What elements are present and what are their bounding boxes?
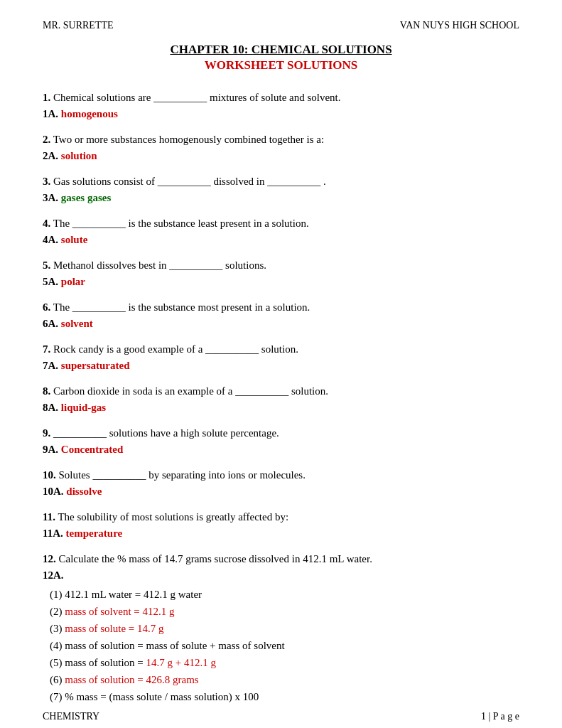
question-block-4: 4. The __________ is the substance least… [43,215,519,247]
question-number-6: 6. [43,301,50,313]
answer-label-8: 8A. [43,402,58,413]
question-number-10: 10. [43,469,56,481]
header-left: MR. SURRETTE [43,20,114,31]
question-block-2: 2. Two or more substances homogenously c… [43,132,519,164]
question-number-1: 1. [43,92,50,103]
answer-text-7: supersaturated [58,360,129,371]
answer-label-10: 10A. [43,486,64,497]
calc-line-5: (5) mass of solution = 14.7 g + 412.1 g [50,654,519,671]
question-line-1: 1. Chemical solutions are __________ mix… [43,90,519,106]
answer-text-11: temperature [63,528,122,539]
question-number-5: 5. [43,259,50,271]
answer-label-3: 3A. [43,192,58,203]
question-block-5: 5. Methanol dissolves best in __________… [43,257,519,289]
answer-line-8: 8A. liquid-gas [43,400,519,416]
question-block-7: 7. Rock candy is a good example of a ___… [43,341,519,373]
question-line-2: 2. Two or more substances homogenously c… [43,132,519,148]
answer-line-11: 11A. temperature [43,525,519,542]
question-block-9: 9. __________ solutions have a high solu… [43,425,519,457]
question-block-11: 11. The solubility of most solutions is … [43,509,519,541]
calc-line-1: (1) 412.1 mL water = 412.1 g water [50,586,519,603]
answer-label-2: 2A. [43,150,58,161]
header-right: VAN NUYS HIGH SCHOOL [400,20,519,31]
footer-chemistry: CHEMISTRY [43,711,99,722]
question-number-7: 7. [43,343,50,355]
question-number-11: 11. [43,511,55,523]
sub-title: WORKSHEET SOLUTIONS [43,58,519,73]
footer-page: 1 | P a g e [481,711,519,722]
answer-line-6: 6A. solvent [43,316,519,332]
question-line-12: 12. Calculate the % mass of 14.7 grams s… [43,551,519,567]
question-number-2: 2. [43,134,50,145]
question-block-12: 12. Calculate the % mass of 14.7 grams s… [43,551,519,705]
answer-label-12: 12A. [43,569,64,581]
question-line-10: 10. Solutes __________ by separating int… [43,467,519,483]
answer-label-11: 11A. [43,528,63,539]
question-line-3: 3. Gas solutions consist of __________ d… [43,173,519,190]
answer-line-3: 3A. gases gases [43,190,519,206]
question-number-3: 3. [43,176,50,187]
calc-line-4: (4) mass of solution = mass of solute + … [50,637,519,654]
question-number-4: 4. [43,218,50,229]
question-line-6: 6. The __________ is the substance most … [43,299,519,316]
answer-text-8: liquid-gas [58,402,106,413]
answer-label-5: 5A. [43,276,58,287]
answer-text-9: Concentrated [58,444,123,455]
answer-text-3: gases gases [58,192,111,203]
answer-label-1: 1A. [43,108,58,119]
answer-line-12: 12A. [43,567,519,584]
answer-line-2: 2A. solution [43,148,519,164]
answer-label-9: 9A. [43,444,58,455]
question-line-8: 8. Carbon dioxide in soda is an example … [43,383,519,400]
answer-line-9: 9A. Concentrated [43,441,519,458]
content: 1. Chemical solutions are __________ mix… [43,90,519,705]
main-title: CHAPTER 10: CHEMICAL SOLUTIONS [43,43,519,57]
question-block-10: 10. Solutes __________ by separating int… [43,467,519,499]
answer-line-1: 1A. homogenous [43,106,519,122]
answer-line-7: 7A. supersaturated [43,358,519,374]
calc-block: (1) 412.1 mL water = 412.1 g water(2) ma… [43,586,519,705]
answer-line-10: 10A. dissolve [43,483,519,500]
question-block-8: 8. Carbon dioxide in soda is an example … [43,383,519,415]
question-line-5: 5. Methanol dissolves best in __________… [43,257,519,274]
calc-line-3: (3) mass of solute = 14.7 g [50,620,519,637]
answer-text-10: dissolve [64,486,102,497]
answer-text-1: homogenous [58,108,118,119]
answer-text-2: solution [58,150,97,161]
question-line-9: 9. __________ solutions have a high solu… [43,425,519,441]
question-number-8: 8. [43,385,50,397]
question-block-6: 6. The __________ is the substance most … [43,299,519,331]
question-number-9: 9. [43,427,50,439]
question-line-11: 11. The solubility of most solutions is … [43,509,519,525]
question-line-4: 4. The __________ is the substance least… [43,215,519,232]
calc-line-7: (7) % mass = (mass solute / mass solutio… [50,688,519,705]
answer-text-6: solvent [58,318,93,329]
answer-label-7: 7A. [43,360,58,371]
title-section: CHAPTER 10: CHEMICAL SOLUTIONS WORKSHEET… [43,43,519,73]
calc-line-2: (2) mass of solvent = 412.1 g [50,603,519,620]
question-block-1: 1. Chemical solutions are __________ mix… [43,90,519,122]
answer-label-6: 6A. [43,318,58,329]
calc-line-6: (6) mass of solution = 426.8 grams [50,671,519,688]
question-number-12: 12. [43,553,56,564]
question-line-7: 7. Rock candy is a good example of a ___… [43,341,519,358]
answer-line-4: 4A. solute [43,232,519,248]
answer-text-4: solute [58,234,87,245]
question-block-3: 3. Gas solutions consist of __________ d… [43,173,519,205]
answer-text-5: polar [58,276,85,287]
answer-line-5: 5A. polar [43,274,519,290]
answer-label-4: 4A. [43,234,58,245]
